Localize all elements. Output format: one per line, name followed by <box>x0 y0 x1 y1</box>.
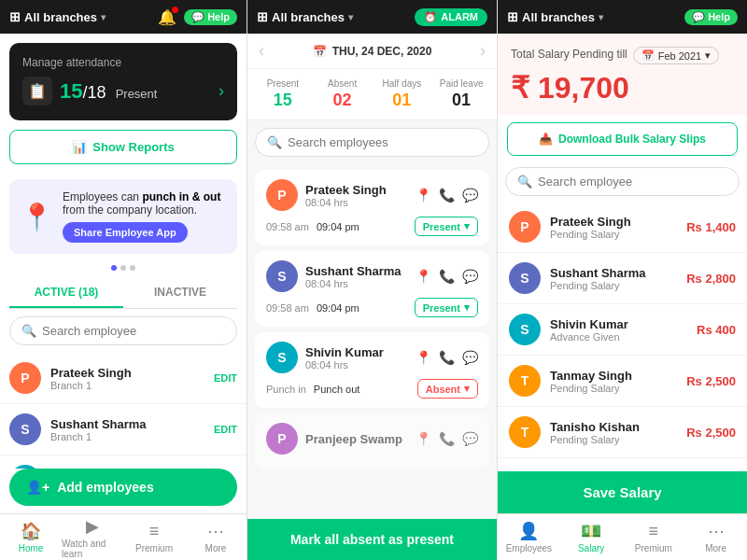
mid-search-input[interactable] <box>288 135 477 149</box>
save-salary-button[interactable]: Save Salary <box>498 471 747 513</box>
edit-button[interactable]: EDIT <box>214 424 237 435</box>
alarm-button[interactable]: ⏰ ALARM <box>415 8 487 26</box>
add-employees-button[interactable]: 👤+ Add employees <box>9 469 237 506</box>
phone-icon[interactable]: 📞 <box>439 350 455 365</box>
download-bulk-slips-button[interactable]: 📥 Download Bulk Salary Slips <box>507 122 738 156</box>
date-nav: ‹ 📅 THU, 24 DEC, 2020 › <box>247 34 497 69</box>
att-times: Punch in Punch out Absent ▾ <box>266 379 478 399</box>
att-header: P Pranjeep Swamp 📍 📞 💬 <box>266 423 478 455</box>
mid-branch[interactable]: ⊞ All branches ▾ <box>257 9 353 24</box>
left-header-icons: 🔔 💬 Help <box>158 8 237 26</box>
left-search-box: 🔍 <box>9 316 237 345</box>
phone-icon[interactable]: 📞 <box>439 431 455 446</box>
dropdown-chevron-icon: ▾ <box>464 220 470 232</box>
checkout-label: 09:04 pm <box>317 221 359 232</box>
stat-paidleave-val: 01 <box>433 91 489 110</box>
mark-all-absent-button[interactable]: Mark all absent as present <box>247 519 497 560</box>
branch-chevron-icon: ▾ <box>599 12 603 22</box>
nav-employees[interactable]: 👤 Employees <box>498 514 560 560</box>
right-branch[interactable]: ⊞ All branches ▾ <box>507 9 603 24</box>
left-panel: ⊞ All branches ▾ 🔔 💬 Help Manage attenda… <box>0 0 247 560</box>
nav-salary[interactable]: 💵 Salary <box>560 514 623 560</box>
nav-more[interactable]: ⋯ More <box>684 514 747 560</box>
att-emp-info: Shivin Kumar 08:04 hrs <box>305 345 384 371</box>
status-dropdown[interactable]: Present ▾ <box>415 298 478 317</box>
next-date-button[interactable]: › <box>480 41 486 61</box>
edit-button[interactable]: EDIT <box>214 372 237 384</box>
chevron-down-icon: ▾ <box>705 49 711 62</box>
nav-premium[interactable]: ≡ Premium <box>123 514 185 560</box>
date-display: 📅 THU, 24 DEC, 2020 <box>313 45 432 58</box>
location-icon[interactable]: 📍 <box>416 269 431 284</box>
punch-info: Employees can punch in & out from the co… <box>63 190 226 243</box>
add-employees-label: Add employees <box>57 480 153 495</box>
prev-date-button[interactable]: ‹ <box>259 41 264 61</box>
sal-amount: Rs 2,500 <box>686 374 736 388</box>
nav-more[interactable]: ⋯ More <box>185 514 247 560</box>
stat-absent: Absent 02 <box>315 78 371 110</box>
branch-chevron-icon: ▾ <box>348 12 353 22</box>
attendance-card[interactable]: Manage attendance 📋 15/18 Present › <box>9 43 237 120</box>
sal-status: Pending Salary <box>550 229 677 240</box>
sal-amount: Rs 2,800 <box>686 272 736 286</box>
home-icon: 🏠 <box>21 521 41 541</box>
sal-status: Pending Salary <box>550 280 677 291</box>
calendar-icon: 📅 <box>641 49 655 62</box>
notification-dot <box>172 7 178 13</box>
avatar: P <box>9 362 41 394</box>
help-button[interactable]: 💬 Help <box>184 9 237 25</box>
whatsapp-icon[interactable]: 💬 <box>462 269 478 284</box>
nav-home[interactable]: 🏠 Home <box>0 514 62 560</box>
attendance-stats-row: Present 15 Absent 02 Half days 01 Paid l… <box>247 69 497 120</box>
stat-halfdays-val: 01 <box>374 91 430 110</box>
status-dropdown-absent[interactable]: Absent ▾ <box>417 379 478 399</box>
att-hrs: 08:04 hrs <box>305 359 384 371</box>
alarm-label: ALARM <box>441 11 478 22</box>
sal-name: Shivin Kumar <box>550 317 687 331</box>
tab-inactive[interactable]: INACTIVE <box>123 278 237 308</box>
attendance-item: S Sushant Sharma 08:04 hrs 📍 📞 💬 09:58 a… <box>255 251 489 327</box>
stat-present-label: Present <box>255 78 311 89</box>
status-dropdown[interactable]: Present ▾ <box>415 217 478 236</box>
mid-panel: ⊞ All branches ▾ ⏰ ALARM ‹ 📅 THU, 24 DEC… <box>247 0 498 560</box>
right-branch-label: All branches <box>522 10 595 24</box>
checkin-label: 09:58 am <box>266 221 309 232</box>
left-branch[interactable]: ⊞ All branches ▾ <box>9 9 106 24</box>
checkout-label: 09:04 pm <box>317 302 359 314</box>
location-icon[interactable]: 📍 <box>416 188 431 203</box>
sal-info: Sushant Sharma Pending Salary <box>550 266 677 291</box>
right-search-input[interactable] <box>538 175 727 189</box>
nav-watch-label: Watch and learn <box>62 539 123 559</box>
employees-icon: 👤 <box>518 521 539 541</box>
att-contact-icons: 📍 📞 💬 <box>416 188 478 203</box>
left-search-input[interactable] <box>42 324 225 338</box>
stat-paidleave: Paid leave 01 <box>433 78 489 110</box>
tab-active[interactable]: ACTIVE (18) <box>9 278 123 308</box>
share-employee-app-button[interactable]: Share Employee App <box>63 222 188 243</box>
phone-icon[interactable]: 📞 <box>439 188 455 203</box>
att-times: 09:58 am 09:04 pm Present ▾ <box>266 298 478 317</box>
whatsapp-icon[interactable]: 💬 <box>462 350 478 365</box>
whatsapp-icon[interactable]: 💬 <box>462 431 478 446</box>
location-icon[interactable]: 📍 <box>416 431 431 446</box>
sal-status: Advance Given <box>550 331 687 343</box>
attendance-count: 15/18 Present <box>60 79 157 104</box>
salary-item: T Tanmay Singh Pending Salary Rs 2,500 <box>498 356 747 407</box>
nav-premium[interactable]: ≡ Premium <box>623 514 685 560</box>
notification-button[interactable]: 🔔 <box>158 8 176 26</box>
employee-tabs: ACTIVE (18) INACTIVE <box>9 278 237 309</box>
month-selector[interactable]: 📅 Feb 2021 ▾ <box>633 47 719 64</box>
nav-watch[interactable]: ▶ Watch and learn <box>62 514 123 560</box>
location-icon[interactable]: 📍 <box>416 350 431 365</box>
show-reports-button[interactable]: 📊 Show Reports <box>9 130 237 164</box>
emp-info: Sushant Sharma Branch 1 <box>50 417 204 442</box>
avatar: P <box>509 211 541 243</box>
sal-amount: Rs 2,500 <box>686 426 736 440</box>
whatsapp-icon[interactable]: 💬 <box>462 188 478 203</box>
right-help-button[interactable]: 💬 Help <box>684 9 738 25</box>
dropdown-chevron-icon: ▾ <box>464 301 470 314</box>
total-salary-amount: ₹ 19,700 <box>511 70 734 105</box>
dot-1 <box>111 265 117 271</box>
phone-icon[interactable]: 📞 <box>439 269 455 284</box>
stat-present: Present 15 <box>255 78 311 110</box>
